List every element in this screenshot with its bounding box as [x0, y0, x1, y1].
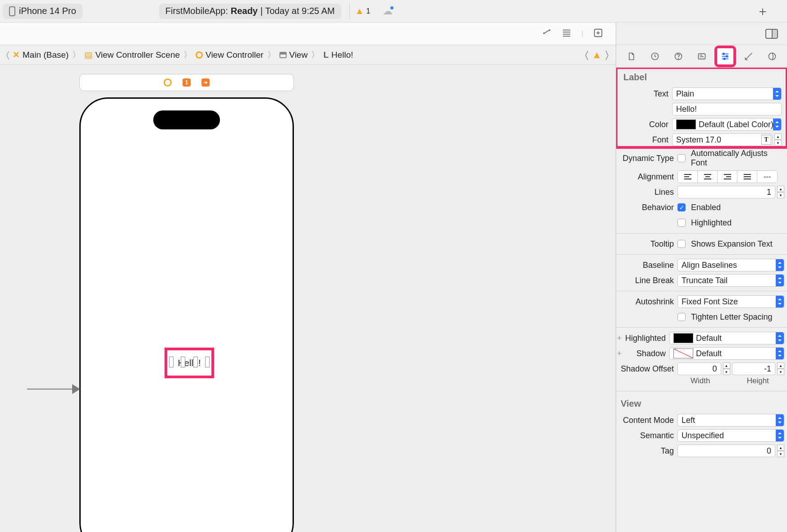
- crumb-scene-label: View Controller Scene: [95, 50, 180, 60]
- crumb-view[interactable]: View: [278, 50, 310, 60]
- tag-stepper[interactable]: ▲▼: [777, 445, 784, 457]
- exit-dock-icon[interactable]: ➜: [201, 78, 210, 87]
- semantic-value: Unspecified: [682, 431, 724, 440]
- dynamic-type-option: Automatically Adjusts Font: [691, 149, 784, 168]
- file-inspector-tab[interactable]: [622, 47, 641, 65]
- connections-inspector-tab[interactable]: [763, 47, 781, 65]
- crumb-scene[interactable]: ▤ View Controller Scene: [82, 50, 182, 60]
- color-select[interactable]: Default (Label Color): [672, 118, 782, 131]
- color-value: Default (Label Color): [699, 120, 773, 129]
- device-canvas[interactable]: Hello!: [79, 97, 294, 532]
- shadow-height-sublabel: Height: [732, 376, 785, 385]
- highlighted-color-label: Highlighted: [622, 334, 669, 343]
- nav-prev[interactable]: 〈: [585, 49, 588, 61]
- dropdown-icon: [776, 296, 784, 307]
- crumb-nav-back[interactable]: 〈: [5, 50, 11, 60]
- color-label: Color: [619, 120, 672, 129]
- identity-inspector-tab[interactable]: [693, 47, 711, 65]
- crumb-main[interactable]: ✕ Main (Base): [11, 50, 70, 60]
- viewcontroller-dock-icon[interactable]: [164, 78, 172, 87]
- nav-warning-icon[interactable]: ▲: [592, 49, 602, 61]
- tag-field[interactable]: 0: [677, 445, 775, 457]
- shadow-offset-width-value: 0: [712, 364, 717, 374]
- scene-header[interactable]: 1 ➜: [79, 74, 294, 91]
- resize-handle[interactable]: [205, 357, 210, 367]
- highlighted-color-select[interactable]: Default: [669, 332, 784, 344]
- behavior-label: Behavior: [616, 203, 677, 212]
- tighten-checkbox[interactable]: [677, 313, 686, 321]
- text-mode-select[interactable]: Plain: [672, 87, 782, 100]
- align-right[interactable]: [718, 171, 737, 183]
- align-justify[interactable]: [737, 171, 757, 183]
- chevron-icon: 〉: [182, 49, 194, 61]
- enabled-checkbox[interactable]: ✓: [677, 203, 686, 211]
- font-stepper[interactable]: ▲▼: [774, 133, 782, 146]
- crumb-label[interactable]: L Hello!: [321, 50, 355, 60]
- semantic-select[interactable]: Unspecified: [677, 429, 784, 442]
- crumb-main-label: Main (Base): [23, 50, 69, 60]
- text-label: Text: [619, 89, 672, 99]
- help-inspector-tab[interactable]: [669, 47, 687, 65]
- alignment-segment[interactable]: ---: [677, 170, 778, 183]
- content-mode-select[interactable]: Left: [677, 414, 784, 427]
- device-selector[interactable]: iPhone 14 Pro: [3, 4, 82, 19]
- selected-label[interactable]: Hello!: [165, 348, 214, 378]
- crumb-vc[interactable]: View Controller: [194, 50, 265, 60]
- cloud-icon[interactable]: ☁: [383, 5, 393, 17]
- resize-handle[interactable]: [181, 357, 185, 367]
- lines-label: Lines: [616, 188, 677, 197]
- attributes-inspector-tab[interactable]: [716, 47, 734, 65]
- dynamic-island: [153, 110, 220, 129]
- resize-handle[interactable]: [169, 357, 174, 367]
- dropdown-icon: [776, 414, 784, 426]
- shadow-offset-height-stepper[interactable]: ▲▼: [777, 362, 784, 375]
- text-value-field[interactable]: Hello!: [672, 103, 782, 115]
- sync-icon[interactable]: [542, 28, 552, 40]
- shadow-offset-height-field[interactable]: -1: [732, 362, 776, 375]
- dynamic-type-checkbox[interactable]: [677, 154, 686, 162]
- shadow-offset-width-field[interactable]: 0: [677, 362, 721, 375]
- baseline-select[interactable]: Align Baselines: [677, 259, 784, 271]
- crumb-vc-label: View Controller: [206, 50, 263, 60]
- build-status[interactable]: FirstMobileApp: Ready | Today at 9:25 AM: [159, 4, 341, 19]
- section-label-title: Label: [619, 68, 784, 86]
- nav-next[interactable]: 〉: [605, 49, 609, 61]
- baseline-label: Baseline: [616, 261, 677, 270]
- shadow-offset-width-stepper[interactable]: ▲▼: [723, 362, 730, 375]
- autoshrink-select[interactable]: Fixed Font Size: [677, 295, 784, 308]
- initial-vc-arrow[interactable]: [27, 389, 79, 390]
- resize-handle[interactable]: [193, 357, 198, 367]
- text-mode-value: Plain: [676, 89, 694, 99]
- viewcontroller-icon: [196, 51, 203, 59]
- color-swatch-none: [673, 349, 693, 358]
- svg-point-20: [769, 53, 775, 60]
- add-panel-icon[interactable]: [593, 28, 603, 40]
- lines-stepper[interactable]: ▲▼: [777, 186, 784, 198]
- autoshrink-label: Autoshrink: [616, 297, 677, 307]
- warnings-badge[interactable]: ▲ 1: [349, 4, 376, 19]
- font-label: Font: [619, 135, 672, 145]
- font-field[interactable]: System 17.0 T: [672, 133, 773, 146]
- highlighted-checkbox[interactable]: [677, 219, 686, 227]
- align-left[interactable]: [678, 171, 698, 183]
- lines-field[interactable]: 1: [677, 186, 775, 198]
- history-inspector-tab[interactable]: [646, 47, 664, 65]
- phone-icon: [9, 6, 15, 16]
- font-picker-icon[interactable]: T: [761, 135, 771, 145]
- device-name: iPhone 14 Pro: [19, 6, 76, 16]
- size-inspector-tab[interactable]: [740, 47, 758, 65]
- panel-toggle-icon[interactable]: [765, 29, 778, 39]
- add-button[interactable]: ＋: [756, 3, 769, 20]
- first-responder-dock-icon[interactable]: 1: [183, 78, 191, 87]
- shadow-color-select[interactable]: Default: [669, 347, 784, 360]
- add-shadow-button[interactable]: +: [616, 349, 622, 358]
- view-icon: [279, 52, 287, 58]
- tooltip-checkbox[interactable]: [677, 240, 686, 248]
- lines-icon[interactable]: [562, 28, 572, 40]
- align-center[interactable]: [698, 171, 718, 183]
- linebreak-select[interactable]: Truncate Tail: [677, 274, 784, 287]
- shadow-color-label: Shadow: [622, 349, 669, 358]
- align-natural[interactable]: ---: [757, 171, 777, 183]
- alignment-label: Alignment: [616, 172, 677, 182]
- add-highlighted-button[interactable]: +: [616, 334, 622, 343]
